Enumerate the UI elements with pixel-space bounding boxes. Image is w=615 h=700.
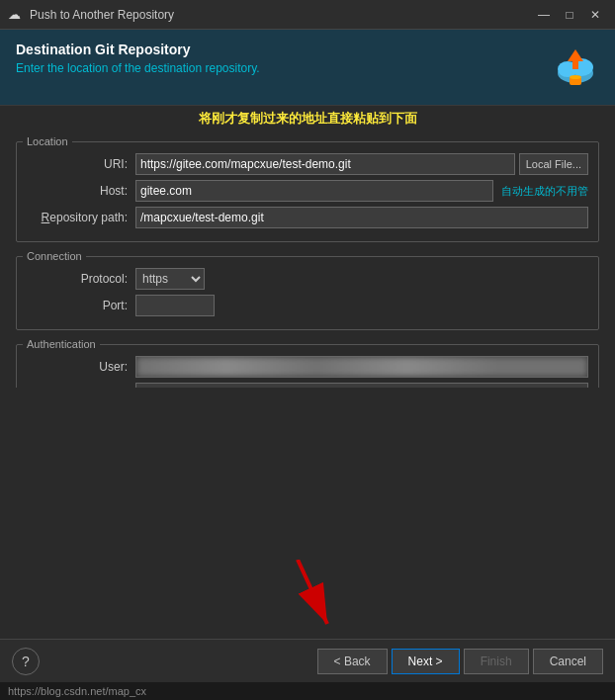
host-row: Host: 自动生成的不用管 bbox=[27, 180, 588, 202]
repo-path-label: Repository path: bbox=[27, 211, 135, 224]
auto-annotation: 自动生成的不用管 bbox=[501, 184, 588, 199]
protocol-select[interactable]: https ssh git bbox=[135, 268, 205, 290]
arrow-icon bbox=[268, 560, 347, 639]
header-text: Destination Git Repository Enter the loc… bbox=[16, 42, 260, 75]
connection-fieldset: Connection Protocol: https ssh git Port: bbox=[16, 250, 599, 330]
finish-button: Finish bbox=[464, 649, 529, 674]
uri-label: URI: bbox=[27, 157, 135, 171]
uri-row: URI: Local File... bbox=[27, 153, 588, 175]
maximize-button[interactable]: □ bbox=[558, 4, 581, 26]
repo-path-input[interactable] bbox=[135, 207, 588, 228]
user-row: User: bbox=[27, 356, 588, 378]
protocol-row: Protocol: https ssh git bbox=[27, 268, 588, 290]
arrow-area bbox=[0, 388, 615, 640]
cancel-button[interactable]: Cancel bbox=[533, 649, 603, 674]
dialog-header: Destination Git Repository Enter the loc… bbox=[0, 30, 615, 106]
location-legend: Location bbox=[23, 135, 72, 147]
port-input[interactable] bbox=[135, 295, 215, 316]
svg-line-8 bbox=[298, 560, 327, 624]
title-bar: ☁ Push to Another Repository — □ ✕ bbox=[0, 0, 615, 30]
form-area: Location URI: Local File... Host: 自动生成的不… bbox=[0, 130, 615, 388]
host-label: Host: bbox=[27, 184, 135, 198]
dialog-subtitle: Enter the location of the destination re… bbox=[16, 61, 260, 75]
port-label: Port: bbox=[27, 299, 135, 312]
dialog-title: Destination Git Repository bbox=[16, 42, 260, 57]
svg-marker-4 bbox=[568, 49, 583, 61]
help-button[interactable]: ? bbox=[12, 648, 40, 675]
title-bar-title: Push to Another Repository bbox=[30, 8, 532, 22]
location-fieldset: Location URI: Local File... Host: 自动生成的不… bbox=[16, 135, 599, 242]
dialog-content: Destination Git Repository Enter the loc… bbox=[0, 30, 615, 700]
svg-point-6 bbox=[570, 75, 581, 79]
cloud-upload-icon bbox=[552, 42, 599, 95]
local-file-button[interactable]: Local File... bbox=[519, 153, 588, 175]
close-button[interactable]: ✕ bbox=[583, 4, 607, 26]
url-bar: https://blog.csdn.net/map_cx bbox=[0, 682, 615, 700]
back-button[interactable]: < Back bbox=[317, 649, 388, 674]
uri-input[interactable] bbox=[135, 153, 515, 175]
title-bar-controls: — □ ✕ bbox=[532, 4, 607, 26]
authentication-legend: Authentication bbox=[23, 338, 100, 350]
user-label: User: bbox=[27, 360, 135, 374]
next-button[interactable]: Next > bbox=[392, 649, 460, 674]
port-row: Port: bbox=[27, 295, 588, 316]
button-bar: ? < Back Next > Finish Cancel bbox=[0, 639, 615, 682]
authentication-fieldset: Authentication User: Password: Store in … bbox=[16, 338, 599, 388]
url-text: https://blog.csdn.net/map_cx bbox=[8, 685, 146, 697]
connection-legend: Connection bbox=[23, 250, 86, 262]
protocol-label: Protocol: bbox=[27, 272, 135, 286]
title-bar-icon: ☁ bbox=[8, 7, 24, 23]
user-input-blurred[interactable] bbox=[135, 356, 588, 378]
minimize-button[interactable]: — bbox=[532, 4, 556, 26]
annotation-paste: 将刚才复制过来的地址直接粘贴到下面 bbox=[0, 106, 615, 130]
repo-path-row: Repository path: bbox=[27, 207, 588, 228]
host-input[interactable] bbox=[135, 180, 493, 202]
